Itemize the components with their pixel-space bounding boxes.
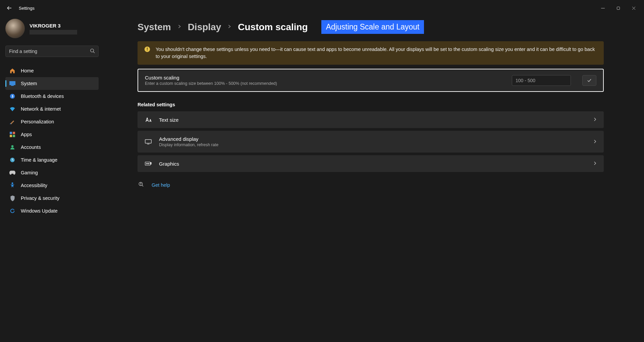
sidebar: VIKROGER 3 Home System Bluetooth & devic…: [0, 16, 104, 342]
svg-rect-3: [11, 85, 14, 86]
advanced-display-title: Advanced display: [159, 136, 586, 142]
nav-system[interactable]: System: [5, 77, 99, 90]
nav-label: Accounts: [21, 145, 41, 150]
titlebar: Settings: [0, 0, 644, 16]
minimize-icon: [601, 6, 605, 10]
chevron-right-icon: [593, 161, 597, 167]
svg-point-20: [148, 163, 149, 164]
advanced-display-row[interactable]: Advanced display Display information, re…: [138, 131, 604, 153]
nav-label: System: [21, 81, 37, 86]
shield-icon: [9, 195, 15, 201]
annotation-overlay: Adjusting Scale and Layout: [321, 20, 424, 34]
svg-rect-14: [147, 50, 148, 51]
svg-point-1: [91, 49, 94, 52]
nav-privacy[interactable]: Privacy & security: [5, 192, 99, 205]
nav-gaming[interactable]: Gaming: [5, 166, 99, 179]
svg-rect-15: [145, 139, 151, 143]
nav-windows-update[interactable]: Windows Update: [5, 205, 99, 217]
svg-rect-6: [13, 132, 15, 134]
nav-time-language[interactable]: Time & language: [5, 154, 99, 166]
monitor-icon: [144, 139, 152, 145]
svg-rect-16: [145, 162, 150, 165]
search-input[interactable]: [9, 49, 90, 54]
svg-rect-8: [13, 135, 15, 137]
window-controls: [595, 3, 641, 13]
search-box[interactable]: [5, 46, 99, 57]
get-help-link[interactable]: Get help: [152, 182, 170, 188]
maximize-icon: [616, 6, 620, 10]
custom-scaling-title: Custom scaling: [145, 75, 505, 80]
warning-banner: You shouldn't change these settings unle…: [138, 41, 604, 65]
graphics-title: Graphics: [159, 161, 586, 167]
update-icon: [9, 208, 15, 214]
nav-home[interactable]: Home: [5, 64, 99, 77]
nav-label: Network & internet: [21, 106, 61, 112]
svg-rect-7: [10, 135, 12, 137]
help-icon: [138, 181, 144, 189]
nav-personalization[interactable]: Personalization: [5, 115, 99, 128]
svg-rect-13: [147, 48, 148, 50]
text-size-row[interactable]: Text size: [138, 111, 604, 128]
nav-accounts[interactable]: Accounts: [5, 141, 99, 154]
checkmark-icon: [587, 78, 592, 83]
related-settings-heading: Related settings: [138, 102, 604, 107]
chevron-right-icon: [593, 139, 597, 145]
window-title: Settings: [19, 6, 35, 11]
breadcrumb: System Display Custom scaling Adjusting …: [138, 20, 604, 34]
svg-point-22: [141, 185, 141, 185]
breadcrumb-system[interactable]: System: [138, 22, 171, 33]
bluetooth-icon: [9, 93, 15, 99]
breadcrumb-current: Custom scaling: [238, 22, 308, 33]
graphics-row[interactable]: Graphics: [138, 155, 604, 172]
profile-block[interactable]: VIKROGER 3: [5, 19, 99, 38]
main-panel: System Display Custom scaling Adjusting …: [104, 16, 644, 342]
person-icon: [9, 144, 15, 150]
nav-label: Gaming: [21, 170, 38, 175]
wifi-icon: [9, 106, 15, 112]
text-size-icon: [144, 117, 152, 122]
nav-accessibility[interactable]: Accessibility: [5, 179, 99, 192]
maximize-button[interactable]: [610, 3, 626, 13]
minimize-button[interactable]: [595, 3, 610, 13]
nav-bluetooth[interactable]: Bluetooth & devices: [5, 90, 99, 103]
profile-email-redacted: [30, 30, 77, 35]
svg-rect-17: [150, 163, 151, 163]
nav-apps[interactable]: Apps: [5, 128, 99, 141]
nav-label: Windows Update: [21, 208, 58, 214]
chevron-right-icon: [593, 117, 597, 123]
svg-rect-18: [150, 164, 151, 164]
svg-point-19: [146, 163, 147, 164]
custom-scaling-sub: Enter a custom scaling size between 100%…: [145, 81, 505, 86]
apply-button[interactable]: [582, 75, 596, 86]
close-icon: [632, 6, 636, 10]
profile-name: VIKROGER 3: [30, 23, 77, 28]
custom-scaling-card: Custom scaling Enter a custom scaling si…: [138, 69, 604, 92]
back-button[interactable]: [3, 1, 16, 15]
nav-network[interactable]: Network & internet: [5, 103, 99, 115]
warning-icon: [144, 46, 150, 52]
avatar: [5, 19, 25, 38]
nav-label: Time & language: [21, 157, 57, 163]
svg-rect-5: [10, 132, 12, 134]
breadcrumb-display[interactable]: Display: [188, 22, 221, 33]
svg-point-4: [10, 94, 15, 99]
svg-rect-2: [9, 81, 15, 85]
home-icon: [9, 68, 15, 74]
close-button[interactable]: [626, 3, 641, 13]
help-row: Get help: [138, 181, 604, 189]
nav-label: Bluetooth & devices: [21, 94, 64, 99]
search-icon: [90, 48, 95, 55]
accessibility-icon: [9, 182, 15, 188]
custom-scaling-input[interactable]: [512, 75, 571, 86]
apps-icon: [9, 131, 15, 137]
clock-icon: [9, 157, 15, 163]
nav-label: Home: [21, 68, 34, 73]
paintbrush-icon: [9, 119, 15, 125]
system-icon: [9, 80, 15, 87]
advanced-display-sub: Display information, refresh rate: [159, 142, 586, 147]
svg-point-9: [11, 145, 14, 148]
back-arrow-icon: [7, 5, 12, 11]
nav-label: Privacy & security: [21, 195, 59, 201]
svg-rect-0: [617, 7, 620, 9]
nav-label: Personalization: [21, 119, 54, 124]
